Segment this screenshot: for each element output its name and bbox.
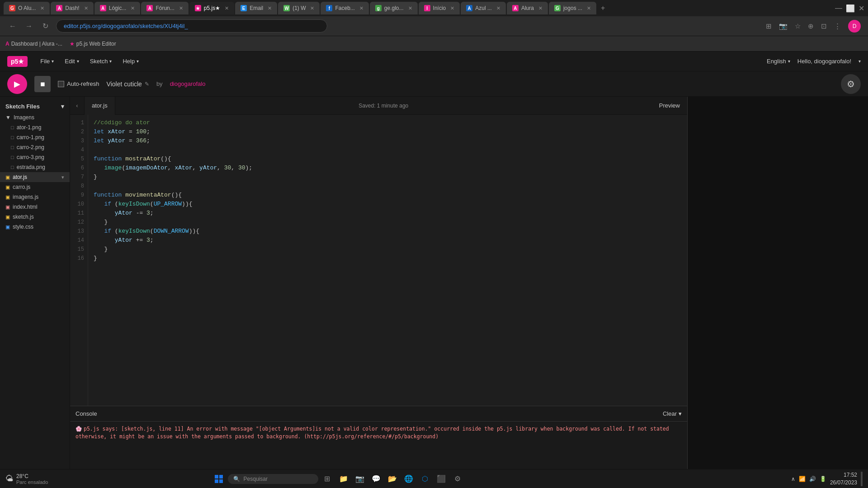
sidebar-item-carrojs[interactable]: ▣ carro.js [0, 182, 70, 192]
clock[interactable]: 17:52 26/07/2023 [830, 471, 857, 487]
new-tab-button[interactable]: + [597, 4, 609, 12]
menu-help[interactable]: Help ▾ [117, 54, 144, 68]
forward-button[interactable]: → [24, 22, 34, 30]
auto-refresh-checkbox[interactable] [58, 81, 64, 87]
edit-sketch-name-icon[interactable]: ✎ [145, 81, 149, 87]
preview-tab[interactable]: Preview [652, 102, 687, 109]
close-icon[interactable]: ✕ [859, 4, 864, 13]
tab-close[interactable]: ✕ [408, 5, 412, 11]
tab-logica[interactable]: A Lógic... ✕ [94, 2, 141, 14]
translate-icon[interactable]: ⊞ [766, 22, 772, 30]
editor-tab-atorjs[interactable]: ator.js [85, 97, 115, 115]
tab-gmail[interactable]: G O Alu... ✕ [4, 2, 50, 14]
taskbar-camera[interactable]: 📷 [353, 472, 367, 486]
menu-icon[interactable]: ⋮ [834, 22, 841, 30]
sidebar-item-ator1[interactable]: □ ator-1.png [0, 122, 70, 132]
clear-console-button[interactable]: Clear ▾ [663, 410, 682, 417]
search-placeholder: Pesquisar [244, 476, 268, 482]
sidebar-item-carro2[interactable]: □ carro-2.png [0, 142, 70, 152]
tab-close[interactable]: ✕ [131, 5, 135, 11]
network-icon[interactable]: 📶 [799, 476, 806, 482]
tab-forum[interactable]: A Fórun... ✕ [141, 2, 188, 14]
code-content[interactable]: //código do atorlet xAtor = 100;let yAto… [88, 115, 687, 406]
language-selector[interactable]: English ▾ [767, 58, 790, 65]
sidebar-item-sketchjs[interactable]: ▣ sketch.js [0, 212, 70, 222]
bookmark-dashboard[interactable]: A Dashboard | Alura -... [5, 41, 62, 47]
sidebar-item-imagens[interactable]: ▼ Imagens [0, 113, 70, 122]
tab-close[interactable]: ✕ [84, 5, 88, 11]
minimize-icon[interactable]: — [835, 4, 842, 12]
tab-close[interactable]: ✕ [359, 5, 363, 11]
sidebar-item-carro1[interactable]: □ carro-1.png [0, 132, 70, 142]
taskbar-folder[interactable]: 📂 [385, 472, 400, 486]
tab-close[interactable]: ✕ [310, 5, 314, 11]
code-editor[interactable]: 12345678910111213141516 //código do ator… [70, 115, 687, 406]
tab-close[interactable]: ✕ [268, 5, 272, 11]
collapse-sidebar-button[interactable]: ‹ [70, 97, 85, 115]
tab-jogos[interactable]: G jogos ... ✕ [549, 2, 596, 14]
code-line: } [94, 254, 682, 263]
bookmark-icon[interactable]: ☆ [795, 22, 801, 30]
stop-button[interactable]: ◼ [34, 76, 51, 92]
battery-icon[interactable]: 🔋 [820, 476, 826, 482]
taskbar-edge[interactable]: 🌐 [401, 472, 416, 486]
extensions-icon[interactable]: ⊕ [808, 22, 814, 30]
tab-fb[interactable]: f Faceb... ✕ [321, 2, 368, 14]
show-desktop-button[interactable] [861, 472, 863, 486]
tab-p5js[interactable]: ★ p5.js★ ✕ [189, 2, 234, 14]
tab-close[interactable]: ✕ [225, 5, 229, 11]
tab-close[interactable]: ✕ [450, 5, 454, 11]
settings-button[interactable]: ⚙ [841, 74, 861, 94]
sketch-files-header[interactable]: Sketch Files ▾ [0, 100, 70, 113]
taskbar-left: 🌤 28°C Parc ensalado [5, 473, 48, 485]
sidebar-item-imagensjs[interactable]: ▣ imagens.js [0, 192, 70, 202]
sidebar-item-carro3[interactable]: □ carro-3.png [0, 152, 70, 162]
tab-label: Dash! [65, 5, 79, 11]
tray-expand-icon[interactable]: ∧ [791, 476, 795, 482]
reload-button[interactable]: ↻ [40, 22, 51, 30]
tab-w1[interactable]: W (1) W ✕ [278, 2, 320, 14]
code-line: if (keyIsDown(UP_ARROW)){ [94, 200, 682, 209]
tab-dash[interactable]: A Dash! ✕ [51, 2, 93, 14]
menu-edit[interactable]: Edit ▾ [59, 54, 84, 68]
tab-close[interactable]: ✕ [538, 5, 542, 11]
taskbar-chat[interactable]: 💬 [369, 472, 383, 486]
split-view-icon[interactable]: ⊡ [821, 22, 827, 30]
start-button[interactable] [212, 472, 226, 486]
play-button[interactable]: ▶ [7, 74, 27, 94]
bookmark-p5js[interactable]: ★ p5.js Web Editor [70, 41, 116, 47]
volume-icon[interactable]: 🔊 [809, 476, 816, 482]
taskbar-search[interactable]: 🔍 Pesquisar [228, 474, 318, 484]
sidebar-item-atorjs[interactable]: ▣ ator.js ▾ [0, 172, 70, 182]
line-number: 11 [70, 209, 88, 218]
weather-widget[interactable]: 🌤 28°C Parc ensalado [5, 473, 48, 485]
tab-label: ge.glo... [384, 5, 404, 11]
menu-file[interactable]: File ▾ [35, 54, 59, 68]
back-button[interactable]: ← [7, 22, 18, 30]
tab-inicio[interactable]: I Início ✕ [419, 2, 460, 14]
task-view-button[interactable]: ⊞ [320, 472, 335, 486]
sidebar-item-indexhtml[interactable]: ▣ index.html [0, 202, 70, 212]
tab-close[interactable]: ✕ [587, 5, 591, 11]
user-menu-chevron[interactable]: ▾ [859, 59, 861, 64]
file-label: imagens.js [13, 194, 38, 200]
taskbar-file-explorer[interactable]: 📁 [336, 472, 351, 486]
sidebar-item-estrada[interactable]: □ estrada.png [0, 162, 70, 172]
tab-close[interactable]: ✕ [40, 5, 44, 11]
tab-alura[interactable]: A Alura ✕ [507, 2, 548, 14]
screenshot-icon[interactable]: 📷 [779, 22, 788, 30]
maximize-icon[interactable]: ⬜ [846, 4, 855, 13]
tab-close[interactable]: ✕ [179, 5, 183, 11]
tab-ge[interactable]: g ge.glo... ✕ [370, 2, 418, 14]
taskbar-terminal[interactable]: ⬛ [434, 472, 448, 486]
profile-avatar[interactable]: D [848, 20, 861, 33]
url-input[interactable]: editor.p5js.org/diogogarofalo/sketches/X… [56, 19, 327, 33]
menu-sketch[interactable]: Sketch ▾ [85, 54, 118, 68]
taskbar-vscode[interactable]: ⬡ [418, 472, 432, 486]
tab-azul[interactable]: A Azul ... ✕ [461, 2, 506, 14]
tab-email[interactable]: E Email ✕ [235, 2, 277, 14]
tab-close[interactable]: ✕ [496, 5, 500, 11]
sidebar-item-stylecss[interactable]: ▣ style.css [0, 222, 70, 232]
taskbar-settings[interactable]: ⚙ [450, 472, 465, 486]
auto-refresh-toggle[interactable]: Auto-refresh [58, 80, 99, 87]
